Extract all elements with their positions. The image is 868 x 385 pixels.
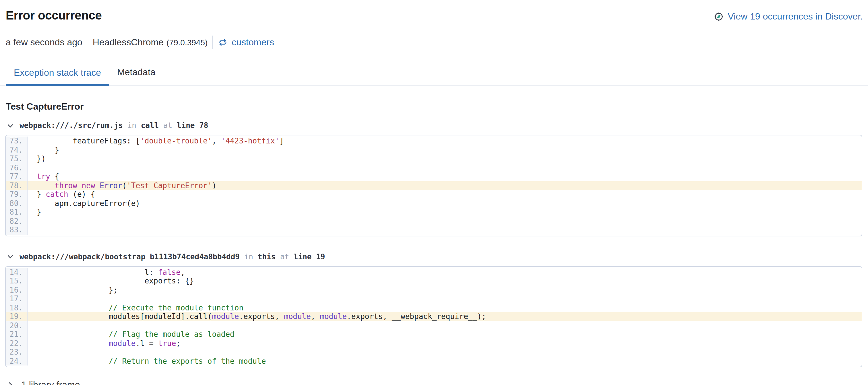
code-preview: 14. l: false,15. exports: {}16. };17.18.… — [5, 266, 862, 367]
code-line: 79.} catch (e) { — [6, 190, 862, 199]
code-line: 20. — [6, 321, 862, 330]
code-text: module.l = true; — [28, 339, 862, 348]
chevron-down-icon — [6, 121, 15, 130]
code-text — [28, 163, 862, 172]
meta-bar: a few seconds ago HeadlessChrome(79.0.39… — [6, 36, 862, 49]
chevron-down-icon — [6, 252, 15, 261]
tabs: Exception stack trace Metadata — [0, 59, 868, 86]
stack-frame-title: webpack:///webpack/bootstrap b1113b74ced… — [20, 252, 325, 261]
exception-stack-trace-panel: Test CaptureError webpack:///./src/rum.j… — [0, 100, 868, 385]
line-number: 76. — [6, 163, 28, 172]
code-line: 83. — [6, 225, 862, 234]
code-text: l: false, — [28, 268, 862, 277]
code-line-highlighted: 78. throw new Error('Test CaptureError') — [6, 181, 862, 190]
browser-info: HeadlessChrome(79.0.3945) — [93, 37, 208, 47]
code-line: 24. // Return the exports of the module — [6, 357, 862, 365]
code-line: 81.} — [6, 208, 862, 217]
divider — [87, 36, 88, 49]
stack-frame-header[interactable]: webpack:///webpack/bootstrap b1113b74ced… — [6, 252, 862, 261]
stack-frame: webpack:///webpack/bootstrap b1113b74ced… — [6, 252, 862, 367]
code-text: exports: {} — [28, 277, 862, 285]
code-text: try { — [28, 172, 862, 181]
line-number: 74. — [6, 146, 28, 154]
line-number: 77. — [6, 172, 28, 181]
code-line: 23. — [6, 348, 862, 357]
code-text: } — [28, 208, 862, 217]
line-number: 18. — [6, 303, 28, 312]
code-text: } — [28, 146, 862, 154]
library-frames-toggle[interactable]: 1 library frame — [6, 379, 80, 385]
code-text: throw new Error('Test CaptureError') — [28, 181, 862, 190]
line-number: 23. — [6, 348, 28, 357]
stack-frames: webpack:///./src/rum.js in call at line … — [6, 121, 862, 367]
tab-metadata[interactable]: Metadata — [109, 59, 163, 85]
discover-link-label: View 19 occurrences in Discover. — [727, 10, 863, 24]
line-number: 20. — [6, 321, 28, 330]
code-text: // Flag the module as loaded — [28, 330, 862, 339]
code-line: 18. // Execute the module function — [6, 303, 862, 312]
code-text: }; — [28, 285, 862, 294]
code-line: 14. l: false, — [6, 268, 862, 277]
line-number: 19. — [6, 312, 28, 321]
code-text: modules[moduleId].call(module.exports, m… — [28, 312, 862, 321]
line-number: 22. — [6, 339, 28, 348]
code-line: 75.}) — [6, 154, 862, 163]
code-line: 76. — [6, 163, 862, 172]
library-frames-label: 1 library frame — [21, 379, 80, 385]
line-number: 75. — [6, 154, 28, 163]
page-header: Error occurrence View 19 occurrences in … — [0, 0, 868, 23]
code-text: featureFlags: ['double-trouble', '4423-h… — [28, 136, 862, 146]
timestamp: a few seconds ago — [6, 37, 82, 47]
code-text — [28, 348, 862, 357]
stack-frame-title: webpack:///./src/rum.js in call at line … — [20, 121, 208, 130]
line-number: 14. — [6, 268, 28, 277]
code-text: } catch (e) { — [28, 190, 862, 199]
browser-version: (79.0.3945) — [166, 38, 208, 47]
line-number: 83. — [6, 225, 28, 234]
line-number: 81. — [6, 208, 28, 217]
code-line-highlighted: 19. modules[moduleId].call(module.export… — [6, 312, 862, 321]
line-number: 15. — [6, 277, 28, 285]
code-line: 82. — [6, 217, 862, 225]
transaction-name: customers — [231, 37, 274, 47]
code-line: 16. }; — [6, 285, 862, 294]
chevron-right-icon — [6, 380, 15, 385]
line-number: 73. — [6, 136, 28, 146]
discover-compass-icon — [714, 12, 723, 21]
divider — [212, 36, 213, 49]
line-number: 16. — [6, 285, 28, 294]
stack-frame-header[interactable]: webpack:///./src/rum.js in call at line … — [6, 121, 862, 130]
code-text: // Return the exports of the module — [28, 357, 862, 365]
line-number: 78. — [6, 181, 28, 190]
stack-frame: webpack:///./src/rum.js in call at line … — [6, 121, 862, 236]
code-text — [28, 225, 862, 234]
code-line: 74. } — [6, 146, 862, 154]
merge-icon — [218, 38, 227, 47]
code-preview: 73. featureFlags: ['double-trouble', '44… — [5, 135, 862, 236]
line-number: 24. — [6, 357, 28, 365]
transaction-link[interactable]: customers — [218, 37, 274, 47]
line-number: 17. — [6, 294, 28, 303]
discover-link[interactable]: View 19 occurrences in Discover. — [714, 10, 863, 24]
line-number: 79. — [6, 190, 28, 199]
code-line: 22. module.l = true; — [6, 339, 862, 348]
code-line: 15. exports: {} — [6, 277, 862, 285]
line-number: 82. — [6, 217, 28, 225]
code-text — [28, 217, 862, 225]
line-number: 21. — [6, 330, 28, 339]
code-line: 17. — [6, 294, 862, 303]
browser-name: HeadlessChrome — [93, 37, 164, 47]
code-line: 77.try { — [6, 172, 862, 181]
code-line: 73. featureFlags: ['double-trouble', '44… — [6, 136, 862, 146]
code-line: 21. // Flag the module as loaded — [6, 330, 862, 339]
code-text — [28, 321, 862, 330]
code-text: // Execute the module function — [28, 303, 862, 312]
code-text — [28, 294, 862, 303]
error-occurrence-page: Error occurrence View 19 occurrences in … — [0, 0, 868, 385]
error-culprit-title: Test CaptureError — [6, 100, 862, 113]
code-text: }) — [28, 154, 862, 163]
code-text: apm.captureError(e) — [28, 199, 862, 208]
tab-exception-stack-trace[interactable]: Exception stack trace — [6, 59, 109, 86]
line-number: 80. — [6, 199, 28, 208]
code-line: 80. apm.captureError(e) — [6, 199, 862, 208]
